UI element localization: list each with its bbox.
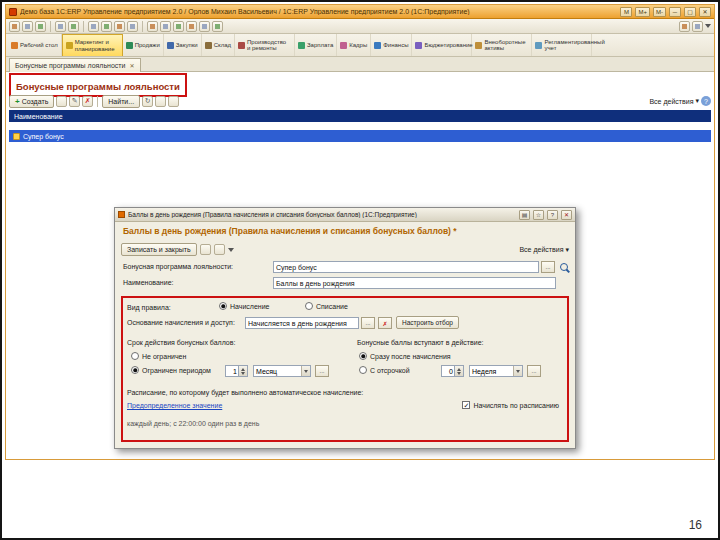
calculator-icon[interactable] <box>173 21 184 32</box>
delay-unit-choose-button[interactable]: ... <box>527 365 541 377</box>
edit-icon[interactable]: ✎ <box>69 96 80 107</box>
tab-bonus-programs[interactable]: Бонусные программы лояльности ✕ <box>9 58 141 72</box>
stepper-arrows-icon[interactable] <box>239 365 248 377</box>
sidebar-item-purchases[interactable]: Закупки <box>164 34 202 56</box>
paste-icon[interactable] <box>101 21 112 32</box>
section-icon <box>11 42 18 49</box>
sidebar-item-production[interactable]: Производство и ремонты <box>235 34 295 56</box>
chevron-down-icon[interactable] <box>705 24 711 28</box>
sidebar-item-hr[interactable]: Кадры <box>337 34 371 56</box>
history-icon[interactable] <box>199 21 210 32</box>
undo-icon[interactable] <box>114 21 125 32</box>
help-icon[interactable]: ? <box>701 96 711 106</box>
basis-choose-button[interactable]: ... <box>361 317 375 329</box>
search-icon[interactable] <box>559 262 570 273</box>
table-row[interactable]: Супер бонус <box>9 130 711 142</box>
period-unit-select[interactable]: Месяц <box>253 365 311 377</box>
redo-icon[interactable] <box>127 21 138 32</box>
chevron-down-icon[interactable] <box>228 248 234 252</box>
all-actions-button[interactable]: Все действия ▾ <box>649 97 699 105</box>
delay-unit-select[interactable]: Неделя <box>469 365 523 377</box>
help-icon[interactable]: ? <box>547 210 558 220</box>
sidebar-item-regulated[interactable]: Регламентированный учет <box>532 34 592 56</box>
copy-icon[interactable] <box>88 21 99 32</box>
section-icon <box>374 42 381 49</box>
open-icon[interactable] <box>22 21 33 32</box>
sidebar-item-desktop[interactable]: Рабочий стол <box>8 34 62 56</box>
clear-icon[interactable]: ✗ <box>378 317 392 329</box>
period-count-stepper[interactable]: 1 <box>225 365 248 377</box>
radio-immediately[interactable]: Сразу после начисления <box>359 352 451 360</box>
new-icon[interactable] <box>9 21 20 32</box>
section-panel: Рабочий стол Маркетинг и планирование Пр… <box>6 34 714 57</box>
dialog-all-actions-button[interactable]: Все действия ▾ <box>519 246 569 254</box>
sidebar-item-budgeting[interactable]: Бюджетирование <box>412 34 472 56</box>
radio-icon <box>359 366 367 374</box>
maximize-button[interactable]: ▢ <box>684 7 696 17</box>
radio-unlimited[interactable]: Не ограничен <box>131 352 186 360</box>
minimize-button[interactable]: ─ <box>669 7 681 17</box>
output-icon[interactable] <box>168 96 179 107</box>
settings-icon[interactable]: ▤ <box>519 210 530 220</box>
form-icon <box>118 211 125 218</box>
radio-writeoff[interactable]: Списание <box>305 302 348 310</box>
memory-mplus-button[interactable]: М+ <box>635 7 650 17</box>
section-icon <box>475 42 482 49</box>
toolbar-separator <box>142 21 143 32</box>
sidebar-item-sales[interactable]: Продажи <box>123 34 164 56</box>
activation-label: Бонусные баллы вступают в действие: <box>357 339 483 346</box>
dialog-command-bar: Записать и закрыть Все действия ▾ <box>121 242 569 257</box>
refresh-icon[interactable]: ↻ <box>142 96 153 107</box>
find-icon[interactable] <box>147 21 158 32</box>
chevron-down-icon: ▾ <box>565 246 569 254</box>
rule-kind-label: Вид правила: <box>127 304 171 311</box>
service-icon[interactable] <box>679 21 690 32</box>
program-choose-button[interactable]: ... <box>541 261 555 273</box>
sidebar-item-warehouse[interactable]: Склад <box>202 34 235 56</box>
period-unit-choose-button[interactable]: ... <box>315 365 329 377</box>
close-button[interactable]: ✕ <box>699 7 711 17</box>
copy-icon[interactable] <box>56 96 67 107</box>
radio-accrual[interactable]: Начисление <box>219 302 270 310</box>
find-button[interactable]: Найти... <box>102 95 140 108</box>
delete-icon[interactable]: ✗ <box>82 96 93 107</box>
table-column-header[interactable]: Наименование <box>9 110 711 122</box>
help-icon[interactable] <box>212 21 223 32</box>
print-icon[interactable] <box>55 21 66 32</box>
title-bar: Демо база 1С:ERP Управление предприятием… <box>6 5 714 19</box>
memory-m-button[interactable]: М <box>620 7 632 17</box>
name-field[interactable]: Баллы в день рождения <box>273 277 556 289</box>
radio-limited-period[interactable]: Ограничен периодом <box>131 366 211 374</box>
schedule-checkbox[interactable]: ✓ Начислять по расписанию <box>462 401 559 409</box>
radio-with-delay[interactable]: С отсрочкой <box>359 366 410 374</box>
reread-icon[interactable] <box>214 244 225 255</box>
close-tab-icon[interactable]: ✕ <box>129 62 134 69</box>
create-button[interactable]: + Создать <box>9 95 54 108</box>
sidebar-item-salary[interactable]: Зарплата <box>295 34 337 56</box>
sidebar-item-assets[interactable]: Внеоборотные активы <box>472 34 532 56</box>
save-icon[interactable] <box>35 21 46 32</box>
configure-filter-button[interactable]: Настроить отбор <box>396 316 459 329</box>
chevron-down-icon <box>301 366 310 376</box>
star-icon[interactable]: ☆ <box>533 210 544 220</box>
basis-field[interactable]: Начисляется в день рождения <box>245 317 359 329</box>
radio-icon <box>305 302 313 310</box>
save-icon[interactable] <box>200 244 211 255</box>
close-icon[interactable]: ✕ <box>561 210 572 220</box>
list-settings-icon[interactable] <box>155 96 166 107</box>
calendar-icon[interactable] <box>160 21 171 32</box>
sidebar-item-marketing[interactable]: Маркетинг и планирование <box>62 34 123 56</box>
program-field[interactable]: Супер бонус <box>273 261 539 273</box>
memory-mminus-button[interactable]: М- <box>653 7 666 17</box>
preview-icon[interactable] <box>68 21 79 32</box>
stepper-arrows-icon[interactable] <box>455 365 464 377</box>
delay-count-stepper[interactable]: 0 <box>441 365 464 377</box>
info-icon[interactable] <box>186 21 197 32</box>
schedule-link[interactable]: Предопределенное значение <box>127 402 222 409</box>
section-icon <box>298 42 305 49</box>
schedule-label: Расписание, по которому будет выполнено … <box>127 389 363 396</box>
sidebar-item-finance[interactable]: Финансы <box>371 34 412 56</box>
radio-icon <box>219 302 227 310</box>
save-close-button[interactable]: Записать и закрыть <box>121 243 197 256</box>
links-icon[interactable] <box>692 21 703 32</box>
